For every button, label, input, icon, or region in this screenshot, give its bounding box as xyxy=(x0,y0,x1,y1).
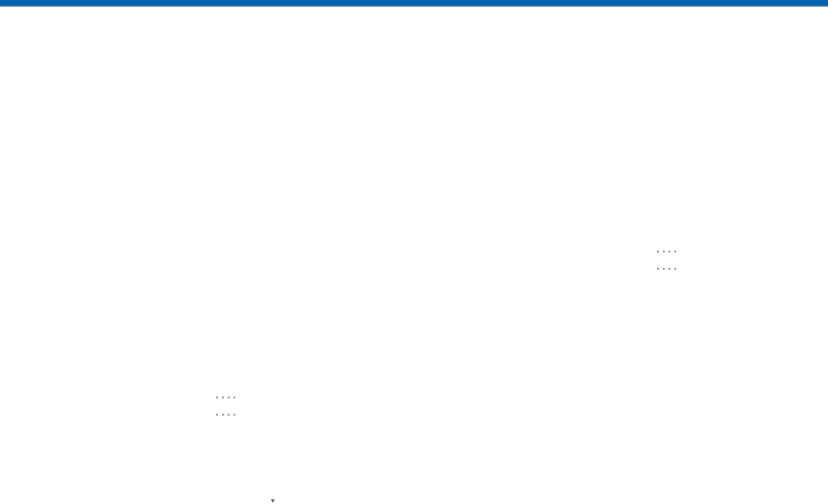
drag-grip-icon[interactable] xyxy=(216,396,239,418)
drag-grip-icon[interactable] xyxy=(657,251,680,272)
title-bar-border xyxy=(0,6,828,7)
cursor-indicator-icon: ▾ xyxy=(271,497,275,504)
